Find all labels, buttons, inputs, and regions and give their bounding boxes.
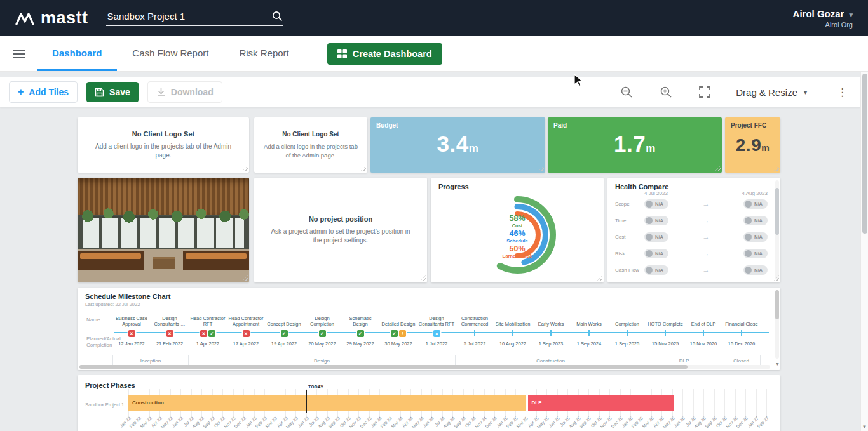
scrollbar-down-arrow[interactable]: ▼ xyxy=(775,362,780,366)
logo-text: mastt xyxy=(41,8,88,28)
milestone-marker-red[interactable]: ✕ xyxy=(128,330,135,337)
drag-resize-dropdown[interactable]: Drag & Resize▾ xyxy=(736,87,807,98)
milestone-marker-green[interactable]: ✓ xyxy=(281,330,288,337)
milestone-date: 10 Aug 2022 xyxy=(499,341,526,347)
tab-risk-report[interactable]: Risk Report xyxy=(224,36,304,71)
scrollbar-thumb[interactable] xyxy=(862,74,867,234)
resize-handle[interactable] xyxy=(597,275,602,281)
tile-health-compare[interactable]: Health Compare 4 Jul 2023 4 Aug 2023 Sco… xyxy=(607,178,780,282)
tile-body: Ask a project admin to set the project's… xyxy=(271,227,410,246)
milestone-marker-green[interactable]: ✓ xyxy=(391,330,398,337)
zoom-in-icon[interactable] xyxy=(660,86,672,98)
na-knob xyxy=(646,267,653,274)
milestone-markers: ● xyxy=(433,328,441,339)
milestone-marker-amber[interactable]: ! xyxy=(399,330,406,337)
add-tiles-button[interactable]: + Add Tiles xyxy=(9,81,78,103)
progress-pct-cost: 58% xyxy=(473,214,562,223)
resize-handle[interactable] xyxy=(538,166,544,171)
milestone-tick xyxy=(741,330,742,336)
milestone-site-mobilisation: Site Mobilisation10 Aug 2022 xyxy=(494,309,532,347)
milestone-name: Financial Close xyxy=(725,309,757,327)
scrollbar-thumb[interactable] xyxy=(775,188,779,235)
tile-project-ffc[interactable]: Project FFC 2.9m xyxy=(725,117,780,173)
gantt-month-label: Jun 24 xyxy=(422,416,435,428)
milestone-marker-red[interactable]: ✕ xyxy=(243,330,250,337)
save-button[interactable]: Save xyxy=(86,82,139,102)
resize-handle[interactable] xyxy=(715,166,721,171)
resize-handle[interactable] xyxy=(242,166,248,171)
milestone-financial-close: Financial Close15 Dec 2026 xyxy=(722,309,761,347)
milestone-name: Business Case Approval xyxy=(112,309,151,327)
na-text: N/A xyxy=(655,234,663,240)
tile-budget[interactable]: Budget 3.4m xyxy=(370,117,545,173)
health-row-cost: CostN/A→N/A xyxy=(615,229,768,245)
resize-handle[interactable] xyxy=(773,166,779,171)
milestone-hscrollbar[interactable] xyxy=(79,365,770,369)
search-icon[interactable] xyxy=(272,11,283,22)
milestone-design-completion: Design Completion✓20 May 2022 xyxy=(303,309,341,347)
health-na-pill: N/A xyxy=(743,216,768,225)
tile-client-logo-1[interactable]: No Client Logo Set Add a client logo in … xyxy=(78,117,249,173)
scrollbar-thumb[interactable] xyxy=(775,290,779,319)
milestone-markers: ✕ xyxy=(128,328,136,339)
today-marker-line xyxy=(306,390,307,413)
milestone-marker-green[interactable]: ✓ xyxy=(208,330,215,337)
tab-dashboard[interactable]: Dashboard xyxy=(37,36,117,71)
project-search-input[interactable] xyxy=(106,10,272,22)
milestone-marker-red[interactable]: ✕ xyxy=(166,330,173,337)
project-search[interactable] xyxy=(106,10,283,26)
resize-handle[interactable] xyxy=(360,166,366,171)
gantt-month-label: Feb 26 xyxy=(631,416,644,428)
progress-labels: 58%Cost46%Schedule50%Earned Value xyxy=(473,214,562,259)
milestone-name: HOTO Complete xyxy=(648,309,683,327)
kpi-label: Budget xyxy=(376,122,398,129)
resize-handle[interactable] xyxy=(420,275,426,281)
tab-cash-flow-report[interactable]: Cash Flow Report xyxy=(117,36,224,71)
menu-icon[interactable] xyxy=(13,50,25,58)
milestone-marker-green[interactable]: ✓ xyxy=(319,330,326,337)
download-button[interactable]: Download xyxy=(147,81,222,103)
gantt-bar-dlp[interactable]: DLP xyxy=(528,395,675,411)
milestone-markers: ✕ xyxy=(166,328,174,339)
milestone-name: End of DLP xyxy=(691,309,715,327)
gantt-gridline xyxy=(703,389,704,417)
health-row-risk: RiskN/A→N/A xyxy=(615,245,768,262)
fullscreen-icon[interactable] xyxy=(699,86,710,98)
milestone-name: Head Contractor Appointment xyxy=(227,309,265,327)
milestone-construction-commenced: Construction Commenced5 Jul 2022 xyxy=(456,309,494,347)
nav-bar: DashboardCash Flow ReportRisk Report Cre… xyxy=(0,36,868,72)
gantt-bar-construction[interactable]: Construction xyxy=(128,395,526,411)
milestone-marker-red[interactable]: ✕ xyxy=(200,330,207,337)
scrollbar-down-arrow[interactable]: ▼ xyxy=(861,424,868,430)
milestone-marker-blue[interactable]: ● xyxy=(433,330,440,337)
tile-project-position[interactable]: No project position Ask a project admin … xyxy=(254,178,427,282)
plus-icon: + xyxy=(18,88,24,96)
gantt-month-label: Mar 26 xyxy=(642,416,654,428)
milestone-vscrollbar[interactable] xyxy=(775,290,779,359)
tile-paid[interactable]: Paid 1.7m xyxy=(548,117,722,173)
mastt-logo[interactable]: mastt xyxy=(15,8,88,28)
milestone-markers: ✓ xyxy=(356,328,365,339)
milestone-head-contractor-appointment: Head Contractor Appointment✕17 Apr 2022 xyxy=(227,309,265,347)
milestone-marker-green[interactable]: ✓ xyxy=(357,330,364,337)
page-scrollbar[interactable]: ▼ xyxy=(860,72,868,431)
tile-project-phases[interactable]: Project Phases Sandbox Project 1 Jan 22F… xyxy=(78,375,780,431)
zoom-out-icon[interactable] xyxy=(620,86,633,98)
health-scrollbar[interactable] xyxy=(775,180,779,280)
milestone-markers xyxy=(703,328,704,339)
kebab-menu-icon[interactable]: ⋮ xyxy=(833,86,851,99)
milestone-markers xyxy=(474,328,475,339)
na-text: N/A xyxy=(655,267,663,273)
tile-client-logo-2[interactable]: No Client Logo Set Add a client logo in … xyxy=(254,117,367,173)
kpi-value: 3.4m xyxy=(370,131,545,157)
scrollbar-thumb[interactable] xyxy=(79,365,688,369)
gantt-month-label: Mar 24 xyxy=(391,416,403,428)
photo-plants xyxy=(78,207,249,223)
tile-progress[interactable]: Progress 58%Cost46%Schedule50%Earned Val… xyxy=(431,178,604,282)
tile-project-photo[interactable] xyxy=(78,178,249,282)
tile-schedule-milestone-chart[interactable]: Schedule Milestone Chart Last updated: 2… xyxy=(78,288,780,370)
create-dashboard-button[interactable]: Create Dashboard xyxy=(327,43,442,65)
kpi-label: Paid xyxy=(553,122,567,129)
na-knob xyxy=(646,250,653,257)
user-menu[interactable]: Airol Gozar▾ Airol Org xyxy=(793,8,853,29)
